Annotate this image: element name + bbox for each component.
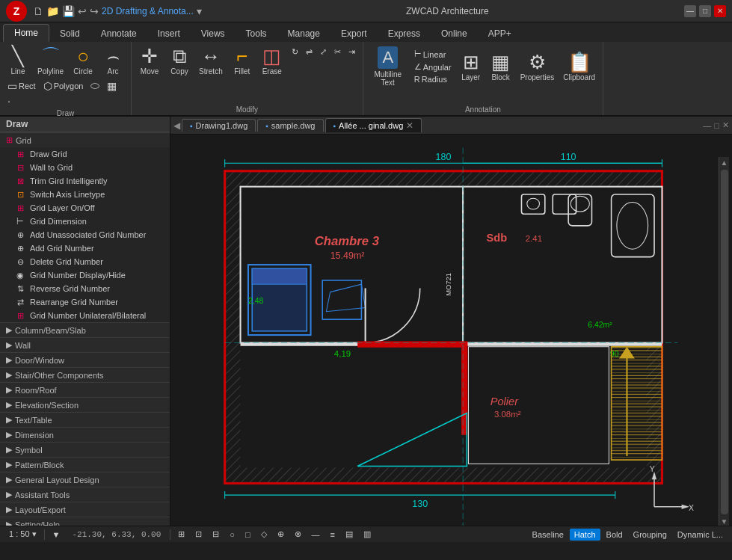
door-section[interactable]: ▶ Door/Window [0,352,170,367]
text-section[interactable]: ▶ Text/Table [0,412,170,427]
grid-dim-item[interactable]: ⊢ Grid Dimension [0,215,170,228]
close-btn[interactable]: ✕ [714,5,726,17]
collapse-left-btn[interactable]: ◀ [173,120,180,131]
stair-section[interactable]: ▶ Stair/Other Components [0,367,170,382]
trim-btn[interactable]: ✂ [331,46,344,58]
polyline-btn[interactable]: ⌒ Polyline [34,45,67,77]
mirror-btn[interactable]: ⇌ [303,46,316,58]
dynin-toggle[interactable]: ⊕ [273,528,289,541]
add-grid-num-item[interactable]: ⊕ Add Grid Number [0,241,170,255]
wall-section[interactable]: ▶ Wall [0,337,170,352]
elev-section[interactable]: ▶ Elevation/Section [0,397,170,412]
otrack-toggle[interactable]: ◇ [256,528,271,541]
bold-btn[interactable]: Bold [602,529,627,541]
tab-solid[interactable]: Solid [49,25,90,42]
properties-btn[interactable]: ⚙ Properties [517,51,558,83]
tab-allee-close[interactable]: ✕ [406,120,413,131]
scroll-thumb[interactable] [721,170,728,514]
line-btn[interactable]: ╲ Line [4,45,31,77]
rectangle-btn[interactable]: ▭ Rect [4,79,39,93]
room-section[interactable]: ▶ Room/Roof [0,382,170,397]
minimize-draw-btn[interactable]: — [703,121,711,130]
copy-btn[interactable]: ⧉ Copy [166,45,193,77]
tab-sample[interactable]: ▪ sample.dwg [257,119,323,132]
tab-app[interactable]: APP+ [478,25,522,42]
ortho-toggle[interactable]: ⊟ [208,528,224,541]
scroll-down-btn[interactable]: ▼ [721,517,728,526]
reverse-grid-item[interactable]: ⇅ Reverse Grid Number [0,282,170,295]
minimize-btn[interactable]: — [684,5,696,17]
close-draw-btn[interactable]: ✕ [722,120,729,130]
rotate-btn[interactable]: ↻ [289,46,301,58]
workspace-dropdown[interactable]: ▾ [197,5,202,17]
scale-btn[interactable]: ⤢ [317,46,330,58]
clipboard-btn[interactable]: 📋 Clipboard [560,51,598,83]
fillet-btn[interactable]: ⌐ Fillet [229,45,256,77]
tab-express[interactable]: Express [378,25,431,42]
maximize-btn[interactable]: □ [699,5,711,17]
draw-area[interactable]: ◀ ▪ Drawing1.dwg ▪ sample.dwg ▪ Allée ..… [170,117,732,526]
workspace-selector[interactable]: 2D Drafting & Annota... [102,6,194,16]
tab-insert[interactable]: Insert [147,25,191,42]
pattern-section[interactable]: ▶ Pattern/Block [0,457,170,472]
layout-section[interactable]: ▶ Layout/Export [0,502,170,517]
point-btn[interactable]: · [4,94,13,108]
scroll-up-btn[interactable]: ▲ [721,159,728,167]
erase-btn[interactable]: ◫ Erase [259,45,286,77]
dynamic-btn[interactable]: Dynamic L... [673,529,728,541]
arc-btn[interactable]: ⌢ Arc [99,45,126,77]
setting-section[interactable]: ▶ Setting/Help [0,517,170,526]
grid-layer-item[interactable]: ⊞ Grid Layer On/Off [0,201,170,215]
draw-grid-item[interactable]: ⊞ Draw Grid [0,147,170,161]
tab-home[interactable]: Home [3,24,49,42]
qp-toggle[interactable]: — [307,529,325,541]
snap-toggle[interactable]: ⊡ [191,528,206,541]
tab-tools[interactable]: Tools [236,25,277,42]
ellipse-btn[interactable]: ⬭ [87,79,102,93]
tab-export[interactable]: Export [330,25,378,42]
dim-linear-btn[interactable]: ⊢ Linear [411,49,455,60]
grid-toggle[interactable]: ⊞ [173,528,189,541]
circle-btn[interactable]: ○ Circle [70,45,96,77]
qa-new[interactable]: 🗋 [33,5,43,17]
baseline-btn[interactable]: Baseline [528,529,568,541]
extend-btn[interactable]: ⇥ [345,46,358,58]
dim-radius-btn[interactable]: R Radius [411,74,455,84]
assistant-section[interactable]: ▶ Assistant Tools [0,487,170,502]
general-section[interactable]: ▶ General Layout Design [0,472,170,487]
sel-toggle[interactable]: ▤ [341,528,357,541]
canvas[interactable]: 180 110 130 [170,135,732,526]
layer-btn[interactable]: ⊞ Layer [458,51,485,83]
polar-toggle[interactable]: ○ [225,529,239,541]
qa-redo[interactable]: ↪ [90,5,99,17]
trim-grid-item[interactable]: ⊠ Trim Gird Intelligently [0,174,170,188]
wall-to-grid-item[interactable]: ⊟ Wall to Grid [0,161,170,174]
tab-annotate[interactable]: Annotate [90,25,147,42]
add-unassoc-item[interactable]: ⊕ Add Unassociated Grid Number [0,228,170,241]
grouping-btn[interactable]: Grouping [629,529,671,541]
hatch-btn[interactable]: Hatch [570,529,600,541]
block-btn[interactable]: ▦ Block [488,51,514,83]
column-section[interactable]: ▶ Column/Beam/Slab [0,322,170,337]
unilateral-item[interactable]: ⊞ Grid Number Unilateral/Bilateral [0,309,170,322]
sc-toggle[interactable]: ≡ [326,529,339,541]
move-btn[interactable]: ✛ Move [136,45,163,77]
scale-display[interactable]: 1 : 50 ▾ [4,528,41,541]
tab-manage[interactable]: Manage [277,25,330,42]
dim-section[interactable]: ▶ Dimension [0,427,170,442]
hatch-btn[interactable]: ▦ [104,79,120,93]
ann-toggle[interactable]: ▥ [359,528,375,541]
tab-views[interactable]: Views [191,25,236,42]
polygon-btn[interactable]: ⬡ Polygon [40,79,87,93]
rearrange-item[interactable]: ⇄ Rearrange Grid Number [0,295,170,309]
restore-draw-btn[interactable]: □ [714,121,719,130]
qa-undo[interactable]: ↩ [78,5,87,17]
lineweight-toggle[interactable]: ⊗ [290,528,306,541]
qa-save[interactable]: 💾 [62,5,75,17]
dim-angular-btn[interactable]: ∠ Angular [411,61,455,73]
snap-btn[interactable]: ▼ [48,529,65,541]
stretch-btn[interactable]: ↔ Stretch [196,45,226,77]
switch-axis-item[interactable]: ⊡ Switch Axis Linetype [0,188,170,201]
qa-open[interactable]: 📁 [46,5,59,17]
grid-section[interactable]: ⊞ Grid [0,132,170,147]
